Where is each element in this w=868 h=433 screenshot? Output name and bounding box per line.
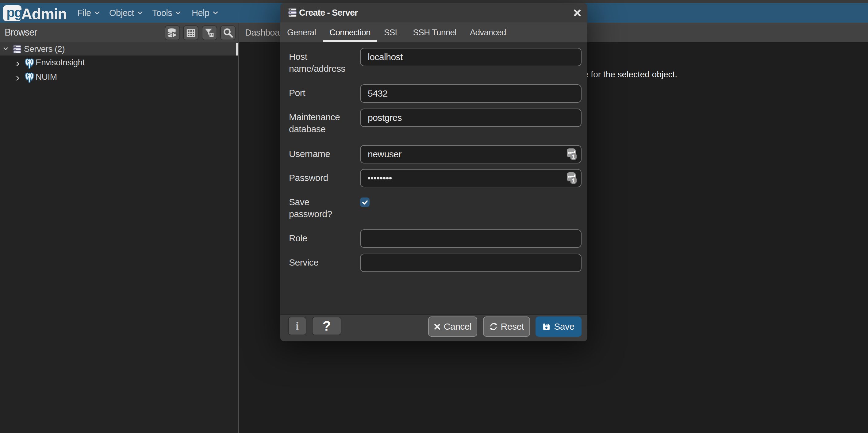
svg-text:1: 1: [572, 177, 576, 184]
svg-text:1: 1: [572, 153, 576, 160]
